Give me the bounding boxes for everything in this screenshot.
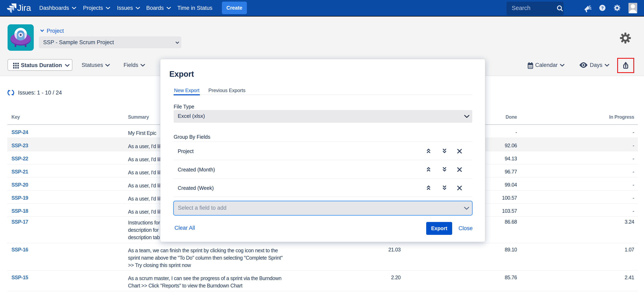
svg-text:?: ? [601, 6, 604, 10]
